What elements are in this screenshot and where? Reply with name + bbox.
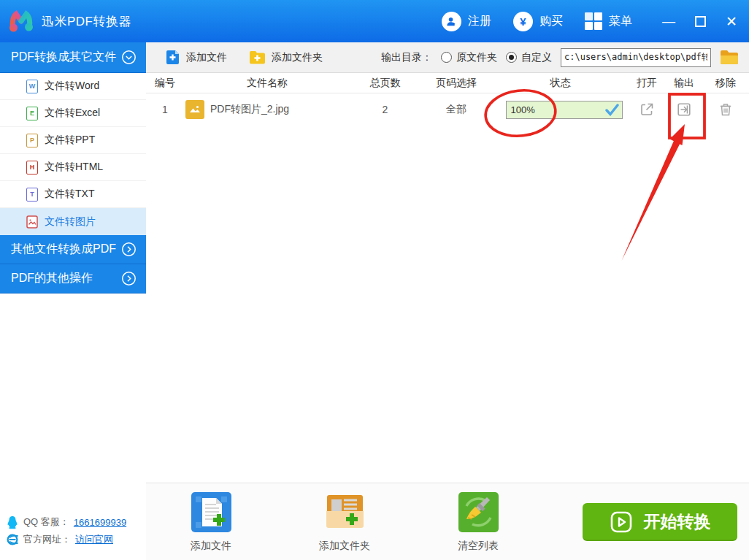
clear-list-broom-icon <box>458 491 499 533</box>
section-label: 其他文件转换成PDF <box>11 242 116 257</box>
txt-file-icon: T <box>26 188 38 202</box>
main-panel: 添加文件 添加文件夹 输出目录： 原文件夹 自定义 <box>146 42 749 560</box>
sidebar-item-label: 文件转HTML <box>45 161 103 174</box>
section-label: PDF转换成其它文件 <box>11 50 116 65</box>
add-file-icon <box>165 50 180 65</box>
output-export-icon <box>676 101 692 118</box>
sidebar-item-label: 文件转图片 <box>45 215 96 229</box>
app-title: 迅米PDF转换器 <box>42 13 131 30</box>
col-open: 打开 <box>628 77 666 90</box>
start-convert-button[interactable]: 开始转换 <box>583 503 737 541</box>
menu-grid-icon <box>585 12 602 30</box>
output-path-input[interactable] <box>561 48 711 67</box>
progress-bar: 100% <box>506 101 623 119</box>
row-number: 1 <box>146 104 184 115</box>
col-status: 状态 <box>493 77 628 90</box>
qq-service-label: QQ 客服： <box>23 515 69 529</box>
chevron-right-circle-icon <box>121 271 137 286</box>
add-file-button[interactable]: 添加文件 <box>165 50 227 65</box>
add-file-big-button[interactable]: 添加文件 <box>177 491 245 553</box>
sidebar-footer: QQ 客服： 1661699939 官方网址： 访问官网 <box>0 513 146 560</box>
menu-button[interactable]: 菜单 <box>585 12 632 30</box>
col-page-select: 页码选择 <box>420 77 493 90</box>
app-window: 迅米PDF转换器 注册 ¥ 购买 菜单 — ✕ PDF转换成其它文件 <box>0 0 749 560</box>
buy-label: 购买 <box>539 14 563 29</box>
chevron-right-circle-icon <box>121 242 137 257</box>
remove-file-button[interactable] <box>702 101 749 118</box>
maximize-button[interactable] <box>694 15 706 27</box>
open-external-icon <box>639 101 655 118</box>
trash-icon <box>718 101 734 118</box>
app-logo-icon <box>7 7 35 35</box>
qq-number-link[interactable]: 1661699939 <box>74 517 126 528</box>
add-file-label: 添加文件 <box>186 51 227 64</box>
register-button[interactable]: 注册 <box>442 12 491 31</box>
sidebar-item-image[interactable]: 文件转图片 <box>0 208 146 235</box>
sidebar-item-txt[interactable]: T 文件转TXT <box>0 181 146 208</box>
browse-folder-icon[interactable] <box>720 50 739 65</box>
done-check-icon <box>605 104 619 116</box>
col-filename: 文件名称 <box>184 77 350 90</box>
add-file-big-icon <box>191 491 232 533</box>
official-site-label: 官方网址： <box>23 533 71 546</box>
add-folder-big-button[interactable]: 添加文件夹 <box>311 491 378 553</box>
col-output: 输出 <box>666 77 702 90</box>
titlebar: 迅米PDF转换器 注册 ¥ 购买 菜单 — ✕ <box>0 0 749 42</box>
col-pages: 总页数 <box>350 77 420 90</box>
add-folder-label: 添加文件夹 <box>272 51 323 64</box>
radio-source-folder[interactable]: 原文件夹 <box>441 51 497 64</box>
table-header: 编号 文件名称 总页数 页码选择 状态 打开 输出 移除 <box>146 73 749 93</box>
minimize-button[interactable]: — <box>663 15 675 27</box>
sidebar-item-word[interactable]: W 文件转Word <box>0 73 146 100</box>
add-folder-big-label: 添加文件夹 <box>319 540 370 553</box>
sidebar: PDF转换成其它文件 W 文件转Word E 文件转Excel P 文件转PPT… <box>0 42 146 560</box>
output-folder-button[interactable] <box>666 101 702 118</box>
start-convert-label: 开始转换 <box>644 510 711 533</box>
sidebar-item-label: 文件转TXT <box>45 188 94 201</box>
add-folder-big-icon <box>324 491 366 533</box>
col-number: 编号 <box>146 77 184 90</box>
sidebar-item-excel[interactable]: E 文件转Excel <box>0 100 146 127</box>
window-controls: — ✕ <box>663 15 737 27</box>
add-folder-button[interactable]: 添加文件夹 <box>249 50 323 65</box>
row-page-range[interactable]: 全部 <box>420 103 493 116</box>
col-remove: 移除 <box>702 77 749 90</box>
official-site-link[interactable]: 访问官网 <box>75 533 113 546</box>
sidebar-section-pdf-to-other[interactable]: PDF转换成其它文件 <box>0 42 146 73</box>
close-button[interactable]: ✕ <box>726 15 737 27</box>
buy-button[interactable]: ¥ 购买 <box>513 12 563 31</box>
ie-browser-icon <box>6 533 19 546</box>
register-label: 注册 <box>468 14 491 29</box>
sidebar-section-other-to-pdf[interactable]: 其他文件转换成PDF <box>0 235 146 264</box>
menu-label: 菜单 <box>609 14 632 29</box>
progress-percent: 100% <box>511 104 535 115</box>
row-filename: PDF转图片_2.jpg <box>210 103 289 116</box>
radio-custom-label: 自定义 <box>521 51 552 64</box>
sidebar-item-label: 文件转Word <box>45 80 99 93</box>
jpg-file-icon <box>185 100 204 119</box>
register-user-icon <box>442 12 461 31</box>
sidebar-section-pdf-other-ops[interactable]: PDF的其他操作 <box>0 264 146 294</box>
open-file-button[interactable] <box>628 101 666 118</box>
output-dir-label: 输出目录： <box>381 51 432 64</box>
clear-list-label: 清空列表 <box>458 540 499 553</box>
radio-checked-icon <box>506 52 517 63</box>
radio-custom[interactable]: 自定义 <box>506 51 552 64</box>
play-icon <box>610 510 633 534</box>
chevron-down-circle-icon <box>121 50 137 65</box>
radio-unchecked-icon <box>441 52 452 63</box>
ppt-file-icon: P <box>26 134 38 147</box>
table-row: 1 PDF转图片_2.jpg 2 全部 100% <box>146 93 749 126</box>
bottom-action-bar: 添加文件 添加文件夹 清空列表 开始转换 <box>146 483 749 560</box>
sidebar-item-html[interactable]: H 文件转HTML <box>0 154 146 181</box>
word-file-icon: W <box>26 80 38 93</box>
image-file-icon <box>26 215 38 229</box>
sidebar-item-label: 文件转Excel <box>45 107 100 120</box>
excel-file-icon: E <box>26 107 38 120</box>
file-list-empty-area <box>146 126 749 483</box>
clear-list-button[interactable]: 清空列表 <box>445 491 512 553</box>
html-file-icon: H <box>26 161 38 174</box>
add-file-big-label: 添加文件 <box>191 540 231 553</box>
sidebar-item-ppt[interactable]: P 文件转PPT <box>0 127 146 154</box>
row-pages: 2 <box>350 104 420 115</box>
